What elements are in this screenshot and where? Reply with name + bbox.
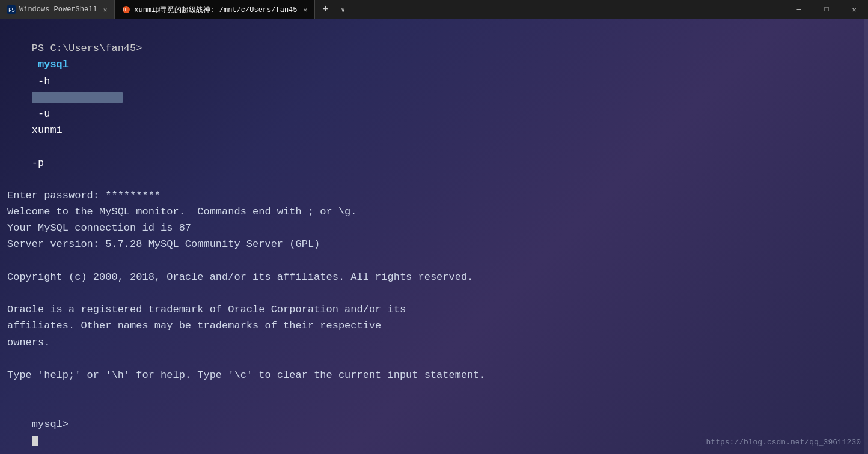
titlebar: PS Windows PowerShell ✕ U xunmi@寻觅的超级战神:… xyxy=(0,0,868,19)
ps-prompt: PS C:\Users\fan45> xyxy=(32,43,142,54)
tab-wsl-label: xunmi@寻觅的超级战神: /mnt/c/Users/fan45 xyxy=(134,5,297,15)
prompt-line: PS C:\Users\fan45> mysql -h -u xunmi -p xyxy=(7,24,861,187)
help-line: Type 'help;' or '\h' for help. Type '\c'… xyxy=(7,367,861,383)
new-tab-button[interactable]: + xyxy=(315,0,336,19)
host-value xyxy=(32,92,123,103)
tab-powershell[interactable]: PS Windows PowerShell ✕ xyxy=(0,0,115,19)
window-controls: ─ □ ✕ xyxy=(785,0,868,19)
connection-line: Your MySQL connection id is 87 xyxy=(7,220,861,236)
welcome-line: Welcome to the MySQL monitor. Commands e… xyxy=(7,204,861,220)
tab-wsl[interactable]: U xunmi@寻觅的超级战神: /mnt/c/Users/fan45 ✕ xyxy=(115,0,315,19)
oracle-line-3: owners. xyxy=(7,334,861,351)
tab-wsl-close[interactable]: ✕ xyxy=(303,6,307,14)
user-value: xunmi xyxy=(32,124,63,136)
blank-1 xyxy=(7,253,861,269)
p-flag2: -p xyxy=(32,157,44,169)
password-line: Enter password: ********* xyxy=(7,187,861,204)
oracle-line-2: affiliates. Other names may be trademark… xyxy=(7,318,861,334)
scrollbar[interactable] xyxy=(864,19,868,454)
server-line: Server version: 5.7.28 MySQL Community S… xyxy=(7,236,861,252)
close-button[interactable]: ✕ xyxy=(840,0,868,19)
blank-3 xyxy=(7,351,861,367)
minimize-button[interactable]: ─ xyxy=(785,0,813,19)
cursor xyxy=(32,436,38,446)
tab-powershell-close[interactable]: ✕ xyxy=(103,6,108,14)
p-flag xyxy=(32,141,38,152)
mysql-command: mysql xyxy=(32,59,69,70)
svg-text:PS: PS xyxy=(8,7,15,13)
copyright-line: Copyright (c) 2000, 2018, Oracle and/or … xyxy=(7,269,861,285)
wsl-icon: U xyxy=(122,5,130,14)
mysql-prompt-text: mysql> xyxy=(32,419,75,430)
u-flag: -u xyxy=(32,108,57,120)
blank-2 xyxy=(7,285,861,301)
blank-4 xyxy=(7,383,861,399)
h-flag: -h xyxy=(32,76,57,87)
tab-dropdown-button[interactable]: ∨ xyxy=(336,0,350,19)
terminal-area[interactable]: PS C:\Users\fan45> mysql -h -u xunmi -p … xyxy=(0,19,868,454)
watermark: https://blog.csdn.net/qq_39611230 xyxy=(706,437,861,449)
tab-list: PS Windows PowerShell ✕ U xunmi@寻觅的超级战神:… xyxy=(0,0,350,19)
tab-powershell-label: Windows PowerShell xyxy=(19,5,97,14)
svg-text:U: U xyxy=(123,8,126,13)
oracle-line-1: Oracle is a registered trademark of Orac… xyxy=(7,301,861,318)
ps-icon: PS xyxy=(7,5,16,14)
maximize-button[interactable]: □ xyxy=(813,0,840,19)
